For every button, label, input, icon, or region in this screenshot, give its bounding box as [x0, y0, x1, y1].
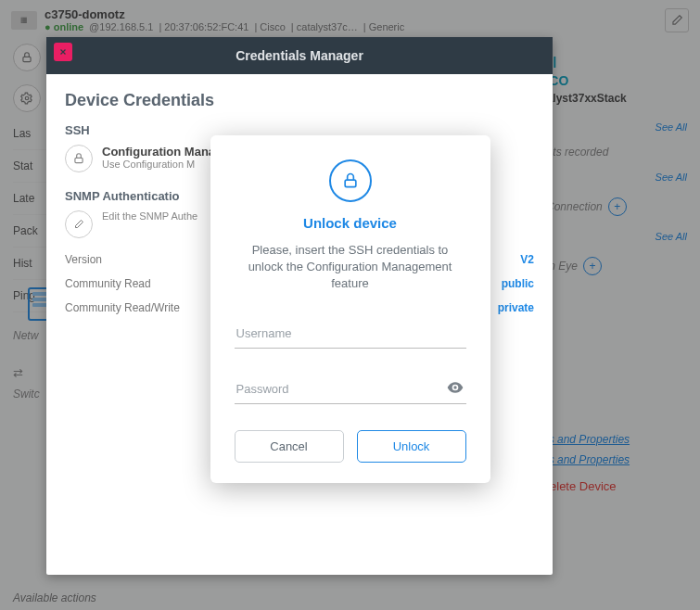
username-field-wrapper	[235, 319, 466, 349]
unlock-title: Unlock device	[235, 215, 466, 231]
lock-circle-icon	[329, 159, 372, 202]
password-input[interactable]	[235, 375, 466, 404]
credentials-manager-header: Credentials Manager	[46, 37, 553, 74]
toggle-password-visibility-icon[interactable]	[446, 378, 465, 400]
unlock-button[interactable]: Unlock	[357, 430, 466, 463]
username-input[interactable]	[235, 319, 466, 349]
edit-snmp-button[interactable]	[65, 210, 93, 238]
unlock-device-modal: Unlock device Please, insert the SSH cre…	[210, 135, 490, 483]
lock-icon	[65, 145, 93, 172]
svg-rect-3	[345, 180, 356, 186]
svg-rect-2	[75, 158, 83, 162]
device-credentials-heading: Device Credentials	[65, 91, 534, 110]
close-button[interactable]	[54, 43, 72, 61]
credentials-manager-title: Credentials Manager	[235, 48, 363, 63]
cancel-button[interactable]: Cancel	[235, 430, 344, 463]
unlock-body-text: Please, insert the SSH credentials to un…	[235, 242, 466, 293]
password-field-wrapper	[235, 375, 466, 404]
